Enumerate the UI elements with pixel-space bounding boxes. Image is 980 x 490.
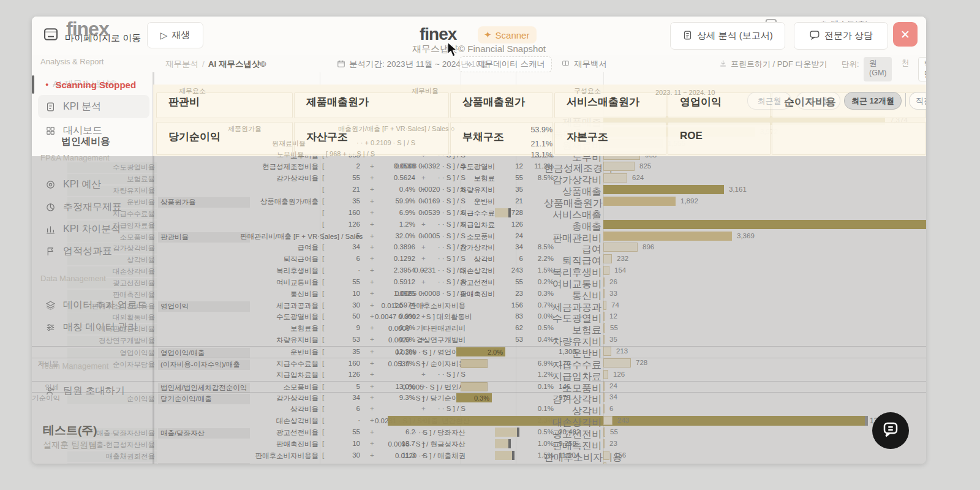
component-item-label: 판매촉진비	[424, 290, 495, 299]
row-group-label: 상품원가율	[158, 197, 250, 208]
plus-sign: +	[370, 360, 374, 367]
table-row: 대외활동비율수도광열비율[50+0.9%+0.0047 0.0002 · S ]…	[32, 311, 926, 323]
sidebar-item-label: 매칭 데이터 관리	[63, 321, 137, 334]
sliders-icon	[45, 322, 56, 333]
value-chip-bar	[461, 382, 488, 391]
row-ratio-label: 판매후소비자비용율	[240, 451, 318, 461]
component-item-value: 12	[499, 162, 523, 170]
row-ratio-label: 지급수수료율	[240, 360, 318, 369]
table-row: 지급수수료율[160+6.9%+0.0539 · S ] / S지급수수료728	[32, 208, 926, 219]
overlay-ghost-formula: [ 968 + · · S | / S	[326, 150, 375, 157]
formula-value: 126	[326, 221, 360, 228]
row-ratio-label: 차량유지비율	[240, 336, 318, 345]
composition-percent: 0.5%	[527, 324, 554, 331]
sidebar-item-KPI-차이분석[interactable]: KPI 차이분석	[38, 217, 149, 241]
capped-mini-bar	[495, 439, 511, 448]
row-extra-value: 1,300	[559, 348, 601, 355]
overlay-ghost-formula: · · + 0.2109 · S | / S	[356, 139, 415, 146]
financial-data-scanner-button[interactable]: ✧ 재무데이터 스캐너	[459, 56, 552, 72]
table-row: 감가상각비율급여율[34+0.3896+· · S ] / S감가상각비348.…	[32, 242, 926, 254]
composition-percent: 1.5%	[527, 451, 554, 459]
formula-value: 55	[326, 174, 360, 181]
period-button-최근-12개월[interactable]: 최근 12개월	[844, 92, 902, 110]
formula-tail: · · S ] / 당좌자산	[375, 428, 466, 437]
bracket: [	[322, 301, 324, 309]
period-button-직전월[interactable]: 직전월	[796, 92, 840, 110]
row-group-label: [365/매출채권회전율]	[158, 463, 250, 464]
sidebar-item-추정재무제표[interactable]: 추정재무제표	[38, 195, 149, 219]
row-group-label: (이자비용-이자수익)/매출	[158, 360, 250, 370]
sidebar-item-KPI-예산[interactable]: KPI 예산	[38, 173, 149, 196]
formula-value: 2	[326, 162, 360, 170]
mouse-cursor	[447, 42, 460, 60]
debt-structure-percent: 21.1%	[516, 140, 552, 148]
component-item-value: 23	[499, 290, 523, 297]
row-ratio-label: 급여율	[240, 243, 318, 252]
formula-tail: 0.0539 · S ] / 순이자비용	[375, 360, 466, 369]
component-item-value: 55	[499, 174, 523, 181]
composition-percent: 11.2%	[527, 162, 554, 170]
composition-percent: 8.5%	[527, 243, 554, 251]
close-button[interactable]: ✕	[893, 22, 918, 47]
snapshot-header-제품매출원가: 제품매출원가	[306, 95, 369, 109]
formula-tail: 0.0020 · 경상연구개발비	[375, 336, 466, 345]
row-ratio-label: 여비교통비율	[240, 278, 318, 287]
formula-value: 34	[326, 243, 360, 251]
row-extra-value: 979	[559, 394, 601, 401]
period-button-직전-12개월[interactable]: 직전 12개월	[909, 92, 926, 110]
plus-sign: +	[370, 324, 374, 331]
plus-sign: +	[370, 278, 374, 285]
bracket: [	[322, 405, 324, 412]
row-ratio-label: 통신비율	[240, 290, 318, 299]
snapshot-cell[interactable]	[772, 122, 926, 155]
go-to-mypage-link[interactable]: 마이페이지로 이동	[65, 32, 141, 44]
formula-value: 50	[326, 463, 360, 464]
bracket: [	[322, 371, 324, 378]
row-ratio-label: 광고선전비율	[240, 428, 318, 437]
bracket: [	[322, 336, 324, 343]
component-item-value: 83	[499, 312, 523, 320]
formula-value: 55	[326, 278, 360, 285]
bracket: [	[322, 209, 324, 216]
plus-sign: +	[370, 174, 374, 181]
sidebar-status-scanning-stopped[interactable]: ●Scanning Stopped	[38, 73, 149, 96]
row-ratio-label: 퇴직급여율	[240, 255, 318, 264]
sidebar-item-KPI-분석[interactable]: KPI 분석	[38, 95, 149, 118]
bracket: [	[322, 360, 324, 367]
unit-option-천[interactable]: 천	[895, 57, 914, 81]
bracket: [	[322, 394, 324, 401]
snapshot-header-판관비: 판관비	[168, 95, 200, 109]
bracket: [	[322, 348, 324, 355]
sidebar-item-업적성과표[interactable]: 업적성과표	[38, 239, 149, 263]
breadcrumb-root[interactable]: 재무분석	[165, 59, 198, 69]
pie-icon	[45, 202, 56, 213]
sidebar-item-데이터-추가-업로드[interactable]: 데이터 추가 업로드	[38, 293, 149, 317]
table-row: 상각비율[6++· · S ] / S0.1%	[32, 404, 926, 415]
report-icon	[682, 30, 693, 42]
user-name: 설재훈 팀원님	[43, 440, 97, 451]
chat-fab-button[interactable]	[872, 412, 909, 449]
period-button-최근월[interactable]: 최근월	[747, 92, 791, 110]
bracket: [	[322, 221, 324, 228]
sidebar-item-label: KPI 예산	[63, 178, 101, 191]
unit-option-백만[interactable]: 백만	[918, 57, 926, 81]
composition-percent: 0.2%	[527, 278, 554, 285]
formula-tail: 0.0005 · S ] / 법인세	[375, 383, 466, 392]
sidebar-item-팀원-초대하기[interactable]: 팀원 초대하기	[38, 379, 149, 402]
bracket: [	[322, 232, 324, 239]
formula-tail: 0.0047 · S ] / S	[375, 463, 466, 464]
print-pdf-button[interactable]: 프린트하기 / PDF 다운받기	[719, 59, 827, 70]
status-dot-icon: ●	[45, 81, 48, 88]
home-icon[interactable]	[42, 25, 60, 46]
unit-option-원(GM)[interactable]: 원(GM)	[864, 57, 892, 81]
composition-percent: 1.5%	[527, 266, 554, 274]
composition-percent: 0.5%	[527, 428, 554, 435]
formula-value: 126	[326, 371, 360, 378]
overlay-ghost-label: 재무비율	[412, 86, 439, 96]
annualized-revenue-bar	[388, 416, 868, 426]
sidebar-item-매칭-데이터-관리[interactable]: 매칭 데이터 관리	[38, 315, 149, 339]
formula-value: 30	[326, 301, 360, 309]
row-extra-value: 20,462	[559, 428, 601, 435]
snapshot-header-부채구조: 부채구조	[462, 130, 504, 144]
whitepaper-button[interactable]: 재무백서	[561, 59, 607, 70]
